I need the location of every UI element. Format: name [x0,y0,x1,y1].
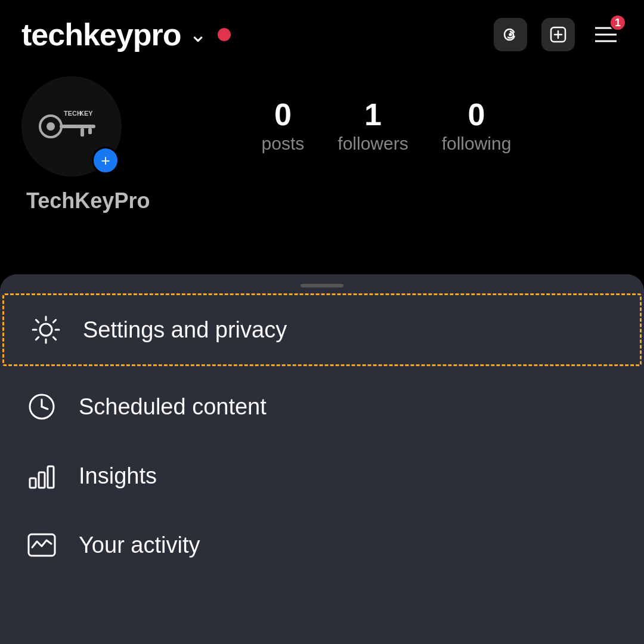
notification-badge: 1 [609,14,626,31]
svg-rect-11 [88,128,92,134]
posts-count: 0 [274,99,292,130]
svg-line-17 [42,407,48,409]
followers-label: followers [338,134,408,154]
svg-rect-9 [60,125,95,128]
svg-rect-20 [48,466,54,488]
settings-icon [28,312,64,348]
menu-item-scheduled[interactable]: Scheduled content [0,372,644,441]
svg-text:KEY: KEY [79,110,93,117]
following-count: 0 [468,99,485,130]
posts-stat[interactable]: 0 posts [262,99,305,154]
add-post-button[interactable] [541,18,575,51]
menu-item-settings[interactable]: Settings and privacy [2,293,642,366]
profile-section: techkeypro ⌄ [0,0,644,644]
menu-button[interactable]: 1 [589,18,623,51]
online-status-dot [218,28,231,41]
avatar-container: TECH KEY + [21,76,122,177]
posts-label: posts [262,134,305,154]
following-stat[interactable]: 0 following [442,99,512,154]
menu-item-insights[interactable]: Insights [0,441,644,510]
threads-button[interactable] [494,18,527,51]
activity-label: Your activity [79,532,200,558]
svg-rect-19 [39,472,45,488]
svg-point-8 [47,122,55,131]
activity-icon [24,527,60,563]
sheet-handle [301,284,343,287]
svg-rect-10 [80,128,84,137]
following-label: following [442,134,512,154]
scheduled-label: Scheduled content [79,394,267,420]
svg-point-14 [40,324,52,336]
add-story-button[interactable]: + [92,147,119,174]
bottom-sheet: Settings and privacy Scheduled content [0,274,644,644]
svg-rect-18 [30,478,36,488]
header-left: techkeypro ⌄ [21,17,231,52]
stats-row: 0 posts 1 followers 0 following [150,99,623,154]
settings-label: Settings and privacy [83,317,287,343]
profile-info-row: TECH KEY + 0 posts 1 followers 0 followi… [21,76,623,177]
header-icons: 1 [494,18,623,51]
bar-chart-icon [24,458,60,494]
menu-item-activity[interactable]: Your activity [0,510,644,580]
chevron-down-icon: ⌄ [189,22,207,47]
clock-icon [24,389,60,425]
svg-point-0 [510,34,512,36]
followers-stat[interactable]: 1 followers [338,99,408,154]
header-bar: techkeypro ⌄ [21,17,623,52]
insights-label: Insights [79,463,157,489]
display-name: TechKeyPro [26,188,623,213]
followers-count: 1 [364,99,382,130]
username[interactable]: techkeypro [21,17,181,52]
